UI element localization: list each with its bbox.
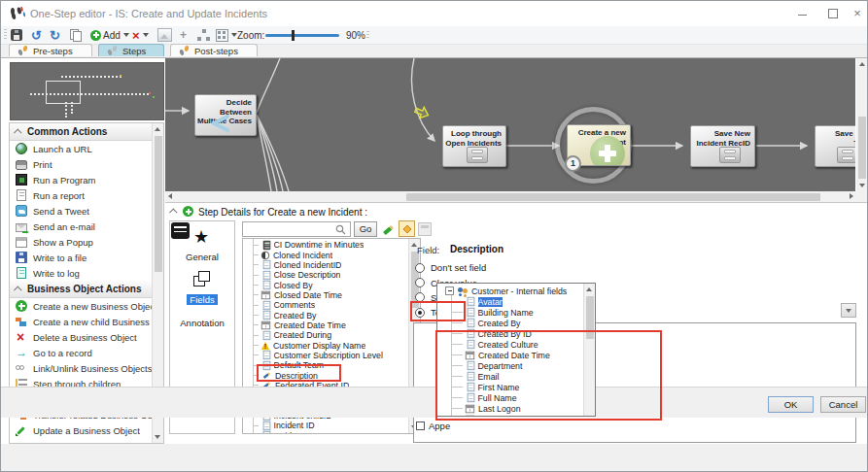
field-list-item[interactable]: Incident Type [243, 431, 409, 434]
action-item[interactable]: Show a Popup [10, 234, 152, 250]
tab[interactable]: Pre-steps [9, 44, 92, 56]
action-item[interactable]: Run a report [10, 187, 152, 203]
tree-item[interactable]: Last Logon [437, 403, 583, 414]
step-node-loop[interactable]: Loop through Open Incidents [442, 125, 506, 167]
scrollbar-thumb[interactable] [406, 193, 820, 201]
tree-item[interactable]: Created Date Time [437, 350, 583, 360]
search-go-button[interactable]: Go [354, 221, 377, 237]
action-item[interactable]: Send an e-mail [10, 219, 152, 234]
action-item[interactable]: Run a Program [10, 172, 152, 187]
template-expand-button[interactable] [841, 303, 856, 318]
tree-item[interactable]: Avatar [437, 296, 583, 307]
field-list-item[interactable]: Customer Subscription Level [243, 351, 409, 360]
action-item[interactable]: Print [10, 156, 152, 172]
step-node-save-incident-type[interactable]: Save In Ty [815, 125, 855, 167]
append-checkbox[interactable] [416, 421, 425, 430]
zoom-slider[interactable] [265, 34, 339, 37]
ok-button[interactable]: OK [768, 396, 814, 413]
step-node-decide[interactable]: Decide Between Multiple Cases [194, 94, 257, 136]
action-item[interactable]: Write to a file [10, 250, 152, 265]
section-header-business-object-actions[interactable]: Business Object Actions [10, 281, 163, 298]
toolbar-grip[interactable] [4, 29, 7, 41]
field-list-item[interactable]: Incident ID [243, 421, 409, 430]
field-list-item[interactable]: Close Description [243, 270, 409, 280]
action-item[interactable]: Update a Business Object [10, 422, 152, 438]
scrollbar-thumb[interactable] [155, 136, 162, 272]
tree-root-customer-internal-fields[interactable]: Customer - Internal fields [437, 286, 583, 296]
scroll-left-icon[interactable] [168, 193, 172, 199]
action-item[interactable]: Create a new Business Object [10, 298, 152, 314]
tree-item[interactable]: Building Name [437, 307, 583, 318]
scroll-right-icon[interactable] [850, 193, 853, 199]
save-button[interactable] [11, 27, 22, 43]
scrollbar-thumb[interactable] [858, 117, 866, 179]
tree-item[interactable]: First Name [437, 382, 583, 392]
edit-expression-button[interactable] [382, 222, 397, 237]
auto-arrange-button[interactable] [197, 27, 210, 43]
canvas-vscrollbar[interactable] [856, 58, 868, 191]
action-item[interactable]: Go to a record [10, 345, 152, 360]
close-button[interactable]: × [849, 6, 866, 20]
tree-item[interactable]: Created Culture [437, 339, 583, 350]
scroll-up-icon[interactable] [586, 287, 592, 291]
minimap-viewport[interactable] [46, 81, 81, 104]
add-step-button[interactable]: Add [90, 27, 129, 43]
action-item[interactable]: Write to log [10, 265, 152, 281]
tree-item[interactable]: Created By ID [437, 328, 583, 339]
scroll-down-icon[interactable] [859, 184, 865, 187]
action-item[interactable]: Launch a URL [10, 141, 152, 156]
step-node-save-recid[interactable]: Save New Incident RecID [690, 125, 755, 167]
collapse-details-icon[interactable] [169, 208, 177, 216]
field-option-radio[interactable]: Don't set field [415, 260, 590, 275]
details-nav-item[interactable]: Annotation [170, 313, 234, 330]
canvas-hscrollbar[interactable] [165, 191, 856, 202]
action-item[interactable]: Delete a Business Object [10, 329, 152, 345]
action-item[interactable]: Send a Tweet [10, 203, 152, 219]
toolbar-grip-2[interactable] [366, 31, 369, 39]
tree-item[interactable]: Last Modified Date Time [437, 414, 583, 417]
tree-collapse-icon[interactable] [445, 287, 454, 295]
details-nav-item[interactable]: Fields [170, 270, 234, 307]
scroll-down-icon[interactable] [155, 435, 160, 439]
field-list-item[interactable]: Closed By [243, 280, 409, 289]
field-list-item[interactable]: Cloned IncidentID [243, 260, 409, 270]
tab[interactable]: Steps [98, 44, 164, 56]
form-view-button[interactable] [418, 222, 432, 236]
field-list-item[interactable]: Cloned Incident [243, 250, 409, 259]
action-item[interactable]: Create a new child Business Object [10, 314, 152, 329]
field-list-item[interactable]: Comments [243, 300, 409, 310]
field-list-item[interactable]: CI Downtime in Minutes [243, 240, 409, 250]
scroll-up-icon[interactable] [859, 62, 865, 66]
scrollbar-thumb[interactable] [586, 296, 594, 339]
maximize-button[interactable] [824, 6, 842, 20]
minimap[interactable] [10, 62, 164, 120]
delete-step-button[interactable]: × [132, 27, 149, 43]
tree-item[interactable]: Department [437, 360, 583, 371]
tab[interactable]: Post-steps [170, 44, 258, 56]
action-item[interactable]: Link/Unlink Business Objects [10, 360, 152, 376]
field-list-item[interactable]: Created Date Time [243, 320, 409, 330]
field-list-item[interactable]: Created During [243, 330, 409, 340]
field-list-item[interactable]: Description [243, 370, 409, 380]
popup-scrollbar[interactable] [583, 284, 595, 416]
zoom-slider-thumb[interactable] [292, 30, 295, 41]
flow-canvas[interactable]: Decide Between Multiple Cases Loop throu… [165, 58, 855, 191]
field-list-item[interactable]: Created By [243, 310, 409, 320]
cancel-button[interactable]: Cancel [820, 396, 866, 413]
undo-button[interactable]: ↺ [31, 27, 42, 43]
show-fields-toggle-button[interactable] [399, 220, 415, 237]
minimize-button[interactable] [794, 6, 812, 20]
section-header-common-actions[interactable]: Common Actions [10, 123, 163, 141]
redo-button[interactable]: ↻ [50, 27, 60, 43]
tree-item[interactable]: Full Name [437, 392, 583, 403]
tree-item[interactable]: Created By [437, 318, 583, 328]
field-list-item[interactable]: Customer Display Name [243, 340, 409, 350]
copy-button[interactable] [70, 27, 81, 43]
field-list-item[interactable]: Default Team [243, 360, 409, 370]
center-layout-button[interactable]: + [180, 27, 187, 43]
scroll-up-icon[interactable] [155, 127, 160, 131]
grid-options-button[interactable] [216, 27, 237, 43]
field-list-item[interactable]: Closed Date Time [243, 290, 409, 300]
tree-item[interactable]: Email [437, 371, 583, 382]
image-frame-button[interactable] [157, 27, 172, 43]
